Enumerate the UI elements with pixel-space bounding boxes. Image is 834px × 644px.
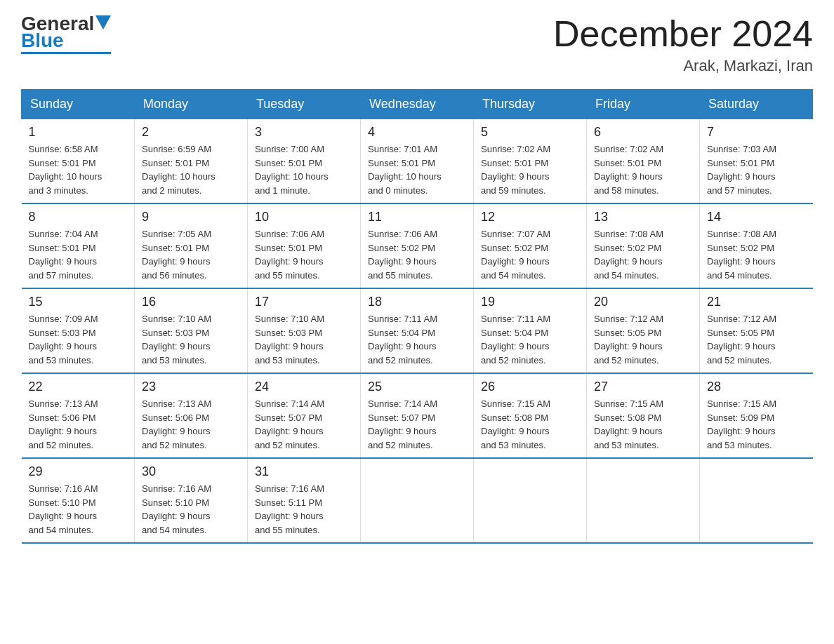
day-info: Sunrise: 7:12 AMSunset: 5:05 PMDaylight:… xyxy=(707,314,776,365)
calendar-cell: 30 Sunrise: 7:16 AMSunset: 5:10 PMDaylig… xyxy=(135,458,248,543)
day-info: Sunrise: 7:09 AMSunset: 5:03 PMDaylight:… xyxy=(29,314,98,365)
week-row-2: 8 Sunrise: 7:04 AMSunset: 5:01 PMDayligh… xyxy=(22,203,813,288)
calendar-cell: 10 Sunrise: 7:06 AMSunset: 5:01 PMDaylig… xyxy=(248,203,361,288)
header-tuesday: Tuesday xyxy=(248,90,361,119)
calendar-cell: 21 Sunrise: 7:12 AMSunset: 5:05 PMDaylig… xyxy=(700,288,813,373)
calendar-table: Sunday Monday Tuesday Wednesday Thursday… xyxy=(21,89,813,544)
calendar-cell: 15 Sunrise: 7:09 AMSunset: 5:03 PMDaylig… xyxy=(22,288,135,373)
calendar-cell: 5 Sunrise: 7:02 AMSunset: 5:01 PMDayligh… xyxy=(474,119,587,204)
calendar-body: 1 Sunrise: 6:58 AMSunset: 5:01 PMDayligh… xyxy=(22,119,813,544)
day-info: Sunrise: 7:07 AMSunset: 5:02 PMDaylight:… xyxy=(481,229,550,281)
day-number: 2 xyxy=(142,125,240,140)
day-number: 11 xyxy=(368,210,466,224)
day-number: 29 xyxy=(29,464,128,479)
day-info: Sunrise: 7:08 AMSunset: 5:02 PMDaylight:… xyxy=(707,229,776,281)
calendar-cell: 27 Sunrise: 7:15 AMSunset: 5:08 PMDaylig… xyxy=(587,373,700,458)
logo-underline xyxy=(21,52,111,54)
svg-marker-0 xyxy=(95,15,111,29)
calendar-header: Sunday Monday Tuesday Wednesday Thursday… xyxy=(22,90,813,119)
location-text: Arak, Markazi, Iran xyxy=(553,57,813,75)
calendar-cell: 26 Sunrise: 7:15 AMSunset: 5:08 PMDaylig… xyxy=(474,373,587,458)
day-number: 24 xyxy=(255,380,353,394)
day-number: 28 xyxy=(707,380,806,394)
day-number: 6 xyxy=(594,125,692,140)
day-number: 27 xyxy=(594,380,692,394)
header-thursday: Thursday xyxy=(474,90,587,119)
calendar-cell: 1 Sunrise: 6:58 AMSunset: 5:01 PMDayligh… xyxy=(22,119,135,204)
calendar-cell: 31 Sunrise: 7:16 AMSunset: 5:11 PMDaylig… xyxy=(248,458,361,543)
calendar-cell: 16 Sunrise: 7:10 AMSunset: 5:03 PMDaylig… xyxy=(135,288,248,373)
calendar-cell: 12 Sunrise: 7:07 AMSunset: 5:02 PMDaylig… xyxy=(474,203,587,288)
day-number: 21 xyxy=(707,295,806,309)
calendar-cell: 8 Sunrise: 7:04 AMSunset: 5:01 PMDayligh… xyxy=(22,203,135,288)
header-sunday: Sunday xyxy=(22,90,135,119)
week-row-4: 22 Sunrise: 7:13 AMSunset: 5:06 PMDaylig… xyxy=(22,373,813,458)
day-number: 5 xyxy=(481,125,579,140)
day-info: Sunrise: 7:10 AMSunset: 5:03 PMDaylight:… xyxy=(142,314,211,365)
day-info: Sunrise: 7:00 AMSunset: 5:01 PMDaylight:… xyxy=(255,144,329,196)
day-number: 12 xyxy=(481,210,579,224)
logo-blue-text: Blue xyxy=(21,31,64,51)
day-info: Sunrise: 7:15 AMSunset: 5:08 PMDaylight:… xyxy=(594,398,663,450)
calendar-cell: 20 Sunrise: 7:12 AMSunset: 5:05 PMDaylig… xyxy=(587,288,700,373)
day-info: Sunrise: 7:16 AMSunset: 5:10 PMDaylight:… xyxy=(142,483,211,535)
calendar-cell: 19 Sunrise: 7:11 AMSunset: 5:04 PMDaylig… xyxy=(474,288,587,373)
day-info: Sunrise: 7:01 AMSunset: 5:01 PMDaylight:… xyxy=(368,144,442,196)
day-number: 30 xyxy=(142,464,240,479)
calendar-cell: 3 Sunrise: 7:00 AMSunset: 5:01 PMDayligh… xyxy=(248,119,361,204)
day-number: 3 xyxy=(255,125,353,140)
header-wednesday: Wednesday xyxy=(361,90,474,119)
calendar-cell: 6 Sunrise: 7:02 AMSunset: 5:01 PMDayligh… xyxy=(587,119,700,204)
day-info: Sunrise: 7:02 AMSunset: 5:01 PMDaylight:… xyxy=(594,144,663,196)
day-info: Sunrise: 7:16 AMSunset: 5:10 PMDaylight:… xyxy=(29,483,98,535)
day-number: 31 xyxy=(255,464,353,479)
week-row-5: 29 Sunrise: 7:16 AMSunset: 5:10 PMDaylig… xyxy=(22,458,813,543)
header-saturday: Saturday xyxy=(700,90,813,119)
day-info: Sunrise: 7:14 AMSunset: 5:07 PMDaylight:… xyxy=(255,398,324,450)
day-info: Sunrise: 7:05 AMSunset: 5:01 PMDaylight:… xyxy=(142,229,211,281)
day-number: 26 xyxy=(481,380,579,394)
day-number: 18 xyxy=(368,295,466,309)
day-info: Sunrise: 7:11 AMSunset: 5:04 PMDaylight:… xyxy=(481,314,550,365)
calendar-cell xyxy=(700,458,813,543)
calendar-cell: 11 Sunrise: 7:06 AMSunset: 5:02 PMDaylig… xyxy=(361,203,474,288)
day-info: Sunrise: 7:12 AMSunset: 5:05 PMDaylight:… xyxy=(594,314,663,365)
days-of-week-row: Sunday Monday Tuesday Wednesday Thursday… xyxy=(22,90,813,119)
day-number: 10 xyxy=(255,210,353,224)
calendar-cell xyxy=(474,458,587,543)
logo: General Blue xyxy=(21,14,111,54)
day-number: 25 xyxy=(368,380,466,394)
day-number: 17 xyxy=(255,295,353,309)
calendar-cell: 29 Sunrise: 7:16 AMSunset: 5:10 PMDaylig… xyxy=(22,458,135,543)
day-info: Sunrise: 7:13 AMSunset: 5:06 PMDaylight:… xyxy=(142,398,211,450)
calendar-cell: 7 Sunrise: 7:03 AMSunset: 5:01 PMDayligh… xyxy=(700,119,813,204)
day-number: 20 xyxy=(594,295,692,309)
day-number: 22 xyxy=(29,380,128,394)
day-info: Sunrise: 7:16 AMSunset: 5:11 PMDaylight:… xyxy=(255,483,324,535)
day-number: 9 xyxy=(142,210,240,224)
day-number: 19 xyxy=(481,295,579,309)
calendar-cell xyxy=(361,458,474,543)
day-info: Sunrise: 7:04 AMSunset: 5:01 PMDaylight:… xyxy=(29,229,98,281)
day-info: Sunrise: 7:08 AMSunset: 5:02 PMDaylight:… xyxy=(594,229,663,281)
calendar-cell: 22 Sunrise: 7:13 AMSunset: 5:06 PMDaylig… xyxy=(22,373,135,458)
day-info: Sunrise: 6:59 AMSunset: 5:01 PMDaylight:… xyxy=(142,144,216,196)
week-row-1: 1 Sunrise: 6:58 AMSunset: 5:01 PMDayligh… xyxy=(22,119,813,204)
day-info: Sunrise: 7:03 AMSunset: 5:01 PMDaylight:… xyxy=(707,144,776,196)
day-number: 15 xyxy=(29,295,128,309)
calendar-cell: 18 Sunrise: 7:11 AMSunset: 5:04 PMDaylig… xyxy=(361,288,474,373)
calendar-cell: 2 Sunrise: 6:59 AMSunset: 5:01 PMDayligh… xyxy=(135,119,248,204)
calendar-cell: 14 Sunrise: 7:08 AMSunset: 5:02 PMDaylig… xyxy=(700,203,813,288)
calendar-cell: 24 Sunrise: 7:14 AMSunset: 5:07 PMDaylig… xyxy=(248,373,361,458)
day-number: 16 xyxy=(142,295,240,309)
day-info: Sunrise: 7:10 AMSunset: 5:03 PMDaylight:… xyxy=(255,314,324,365)
day-number: 7 xyxy=(707,125,806,140)
day-number: 1 xyxy=(29,125,128,140)
header-monday: Monday xyxy=(135,90,248,119)
day-number: 13 xyxy=(594,210,692,224)
day-info: Sunrise: 7:14 AMSunset: 5:07 PMDaylight:… xyxy=(368,398,437,450)
day-info: Sunrise: 7:15 AMSunset: 5:08 PMDaylight:… xyxy=(481,398,550,450)
day-number: 14 xyxy=(707,210,806,224)
calendar-cell xyxy=(587,458,700,543)
day-info: Sunrise: 6:58 AMSunset: 5:01 PMDaylight:… xyxy=(29,144,102,196)
